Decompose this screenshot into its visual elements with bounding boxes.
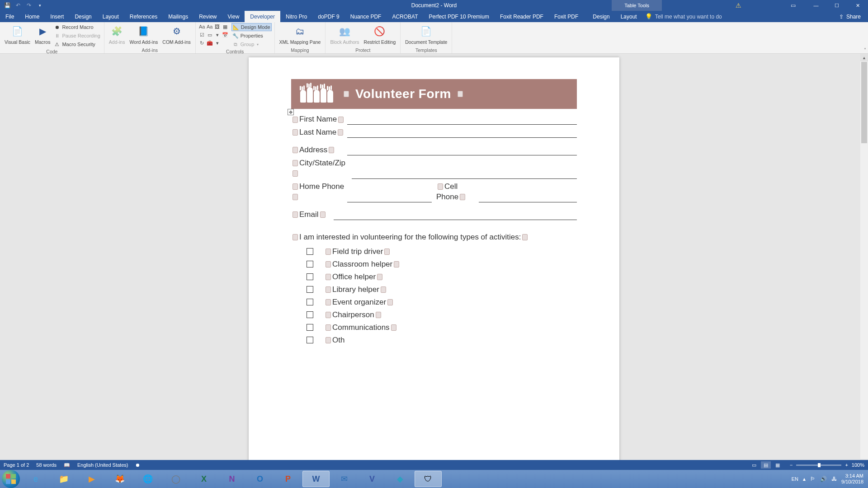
macros-button[interactable]: ▶ Macros [33, 23, 52, 46]
language-indicator[interactable]: EN [792, 476, 798, 482]
page[interactable]: Volunteer Form ✥ First Name Last Name Ad… [249, 57, 619, 467]
record-macro-button[interactable]: ⏺Record Macro [53, 23, 101, 31]
taskbar-excel[interactable]: X [190, 471, 217, 487]
taskbar-powerpoint[interactable]: P [274, 471, 302, 487]
taskbar-app[interactable]: ◯ [162, 471, 189, 487]
restrict-editing-button[interactable]: 🚫 Restrict Editing [362, 23, 398, 46]
legacy-tools-icon[interactable]: 🧰 [206, 39, 213, 47]
start-button[interactable] [2, 470, 20, 488]
read-mode-button[interactable]: ▭ [749, 461, 759, 469]
macro-security-button[interactable]: ⚠Macro Security [53, 40, 101, 48]
zoom-in-button[interactable]: + [845, 462, 848, 468]
word-count[interactable]: 58 words [36, 462, 57, 468]
email-field[interactable] [334, 211, 577, 220]
taskbar-firefox[interactable]: 🦊 [106, 471, 133, 487]
taskbar-explorer[interactable]: 📁 [50, 471, 77, 487]
minimize-button[interactable]: — [806, 0, 826, 11]
zoom-slider[interactable] [796, 465, 841, 466]
tell-me-search[interactable]: 💡 Tell me what you want to do [642, 11, 832, 22]
last-name-field[interactable] [347, 129, 577, 138]
picture-control-icon[interactable]: 🖼 [214, 23, 221, 30]
vertical-scrollbar[interactable]: ▲ ▼ [860, 54, 868, 467]
tab-dopdf[interactable]: doPDF 9 [312, 11, 344, 22]
tab-view[interactable]: View [222, 11, 245, 22]
web-layout-button[interactable]: ▦ [773, 461, 783, 469]
tab-foxit-pdf[interactable]: Foxit PDF [549, 11, 584, 22]
tab-layout[interactable]: Layout [97, 11, 124, 22]
taskbar-shield[interactable]: 🛡 [415, 471, 442, 487]
visual-basic-button[interactable]: 📄 Visual Basic [3, 23, 32, 46]
checkbox-control[interactable] [307, 261, 313, 267]
warning-icon[interactable]: ⚠ [736, 2, 741, 9]
qat-customize-icon[interactable]: ▾ [36, 2, 43, 9]
repeating-section-control-icon[interactable]: ↻ [198, 39, 206, 47]
tab-acrobat[interactable]: ACROBAT [387, 11, 423, 22]
tab-references[interactable]: References [124, 11, 163, 22]
checkbox-control[interactable] [307, 324, 313, 331]
dropdown-control-icon[interactable]: ▾ [214, 31, 221, 38]
taskbar-wmp[interactable]: ▶ [78, 471, 105, 487]
tab-nuance-pdf[interactable]: Nuance PDF [345, 11, 387, 22]
tab-perfect-pdf[interactable]: Perfect PDF 10 Premium [424, 11, 495, 22]
language-indicator[interactable]: English (United States) [77, 462, 128, 468]
building-block-control-icon[interactable]: ▦ [222, 23, 229, 30]
taskbar-onenote[interactable]: N [218, 471, 245, 487]
undo-icon[interactable]: ↶ [14, 2, 22, 9]
tab-developer[interactable]: Developer [245, 11, 280, 22]
checkbox-control[interactable] [307, 337, 313, 343]
address-field[interactable] [347, 146, 577, 155]
cell-phone-field[interactable] [479, 193, 577, 202]
properties-button[interactable]: 🔧Properties [231, 32, 272, 40]
tab-home[interactable]: Home [19, 11, 45, 22]
print-layout-button[interactable]: ▤ [761, 461, 771, 469]
taskbar-visio[interactable]: V [359, 471, 386, 487]
network-icon[interactable]: 🖧 [831, 476, 837, 482]
document-template-button[interactable]: 📄 Document Template [403, 23, 449, 46]
checkbox-control[interactable] [307, 273, 313, 280]
save-icon[interactable]: 💾 [4, 2, 11, 9]
combo-box-control-icon[interactable]: ▭ [206, 31, 213, 38]
tab-design[interactable]: Design [69, 11, 97, 22]
table-move-handle-icon[interactable]: ✥ [288, 109, 294, 115]
taskbar-word[interactable]: W [302, 471, 330, 487]
design-mode-button[interactable]: 📐Design Mode [231, 23, 272, 31]
checkbox-control[interactable] [307, 299, 313, 305]
rich-text-control-icon[interactable]: Aa [198, 23, 206, 30]
plain-text-control-icon[interactable]: Aa [206, 23, 213, 30]
checkbox-control[interactable] [307, 248, 313, 255]
collapse-ribbon-icon[interactable]: ˄ [864, 47, 866, 52]
first-name-field[interactable] [347, 116, 577, 125]
volume-icon[interactable]: 🔊 [820, 476, 827, 482]
zoom-percent[interactable]: 100% [852, 462, 864, 468]
legacy-tools-dropdown-icon[interactable]: ▾ [214, 39, 221, 47]
date-picker-control-icon[interactable]: 📅 [222, 31, 229, 38]
tab-mailings[interactable]: Mailings [163, 11, 193, 22]
share-button[interactable]: ⇪ Share [832, 11, 868, 22]
tab-nitro-pro[interactable]: Nitro Pro [280, 11, 312, 22]
taskbar-app2[interactable]: ◆ [387, 471, 414, 487]
checkbox-control[interactable] [307, 311, 313, 318]
taskbar-chrome[interactable]: 🌐 [134, 471, 161, 487]
tab-insert[interactable]: Insert [45, 11, 69, 22]
action-center-icon[interactable]: 🏳 [810, 476, 816, 482]
word-addins-button[interactable]: 📘 Word Add-ins [127, 23, 160, 46]
checkbox-control-icon[interactable]: ☑ [198, 31, 206, 38]
taskbar-ie[interactable]: e [22, 471, 49, 487]
taskbar-thunderbird[interactable]: ✉ [330, 471, 358, 487]
tab-foxit-reader[interactable]: Foxit Reader PDF [495, 11, 549, 22]
home-phone-field[interactable] [347, 193, 432, 202]
scroll-up-icon[interactable]: ▲ [860, 54, 868, 61]
tab-table-layout[interactable]: Layout [615, 11, 642, 22]
tray-chevron-icon[interactable]: ▴ [803, 476, 806, 482]
tab-review[interactable]: Review [193, 11, 222, 22]
zoom-out-button[interactable]: − [790, 462, 793, 468]
checkbox-control[interactable] [307, 286, 313, 293]
city-state-zip-field[interactable] [352, 170, 577, 179]
scrollbar-thumb[interactable] [861, 62, 867, 143]
clock[interactable]: 3:14 AM 9/10/2018 [841, 473, 863, 484]
display-options-icon[interactable]: ▭ [791, 2, 796, 9]
com-addins-button[interactable]: ⚙ COM Add-ins [160, 23, 192, 46]
maximize-button[interactable]: ☐ [826, 0, 847, 11]
taskbar-outlook[interactable]: O [246, 471, 274, 487]
spellcheck-icon[interactable]: 📖 [64, 462, 70, 468]
